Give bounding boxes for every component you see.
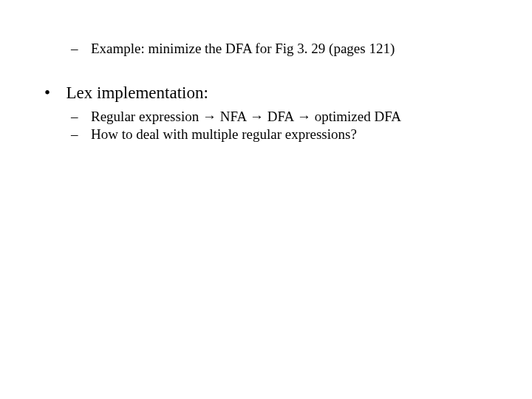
bullet-lex: • Lex implementation: [44, 83, 208, 103]
bullet-pipeline: – Regular expression → NFA → DFA → optim… [71, 109, 401, 125]
bullet-howto: – How to deal with multiple regular expr… [71, 126, 357, 143]
slide: – Example: minimize the DFA for Fig 3. 2… [0, 0, 532, 399]
dash-icon: – [71, 126, 78, 143]
bullet-example: – Example: minimize the DFA for Fig 3. 2… [71, 41, 395, 57]
bullet-howto-text: How to deal with multiple regular expres… [91, 126, 357, 142]
dash-icon: – [71, 41, 78, 57]
bullet-lex-text: Lex implementation: [66, 83, 208, 102]
dash-icon: – [71, 109, 78, 125]
bullet-example-text: Example: minimize the DFA for Fig 3. 29 … [91, 41, 395, 56]
bullet-dot-icon: • [44, 83, 50, 103]
bullet-pipeline-text: Regular expression → NFA → DFA → optimiz… [91, 109, 401, 124]
